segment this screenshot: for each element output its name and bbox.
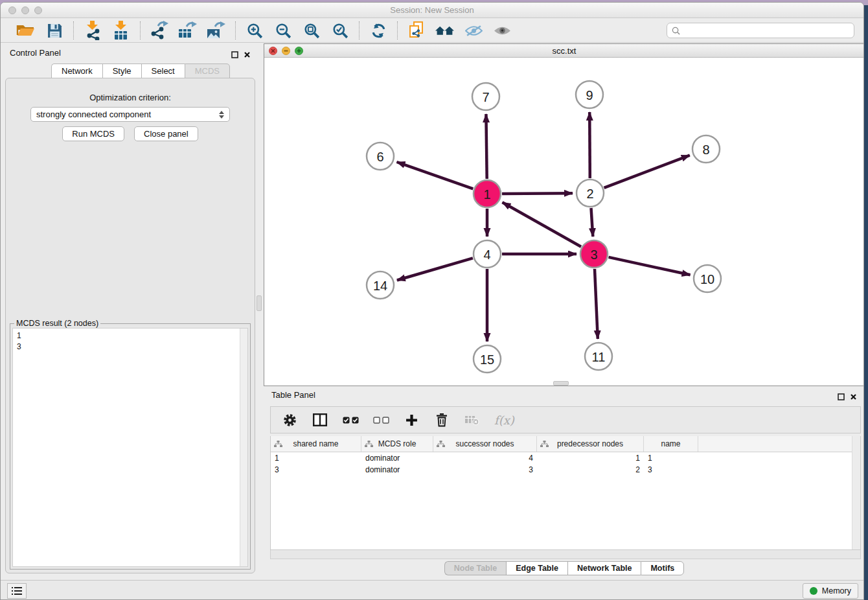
column-header-name[interactable]: name: [644, 436, 698, 452]
graph-edge-4-14[interactable]: [397, 258, 473, 280]
open-session-icon[interactable]: [15, 21, 37, 40]
graph-edge-1-7[interactable]: [486, 114, 486, 179]
zoom-selected-icon[interactable]: [329, 21, 351, 40]
table-row[interactable]: 1 dominator 4 1 1: [271, 454, 860, 464]
add-row-icon[interactable]: [403, 411, 420, 428]
tab-edge-table[interactable]: Edge Table: [506, 561, 567, 575]
column-header-successor-nodes[interactable]: successor nodes: [433, 436, 537, 452]
cell-predecessor-nodes[interactable]: 1: [537, 454, 644, 464]
task-history-button[interactable]: [7, 583, 27, 599]
horizontal-split-handle[interactable]: [553, 381, 569, 386]
tree-icon: [437, 441, 445, 450]
graph-edge-2-3[interactable]: [591, 208, 593, 237]
cell-name[interactable]: 3: [644, 465, 698, 476]
mcds-result-list[interactable]: 1 3: [12, 328, 248, 567]
dropdown-stepper-icon: [219, 111, 224, 119]
graph-canvas[interactable]: 1234678910111415: [264, 58, 864, 386]
window-zoom-button[interactable]: [34, 6, 42, 14]
mcds-result-box: MCDS result (2 nodes) 1 3: [10, 323, 251, 570]
table-row[interactable]: 3 dominator 3 2 3: [271, 465, 860, 476]
graph-edge-3-1[interactable]: [503, 202, 582, 246]
graph-edge-1-6[interactable]: [397, 162, 474, 189]
tab-style[interactable]: Style: [102, 63, 141, 78]
column-header-shared-name[interactable]: shared name: [271, 436, 361, 452]
search-field[interactable]: [667, 23, 854, 38]
show-columns-icon[interactable]: [312, 411, 328, 428]
optimization-criterion-dropdown[interactable]: strongly connected component: [30, 107, 230, 122]
column-header-mcds-role[interactable]: MCDS role: [361, 436, 433, 452]
graph-node-label: 2: [586, 187, 593, 201]
first-neighbors-icon[interactable]: [434, 21, 456, 40]
select-all-icon[interactable]: [342, 411, 359, 428]
graph-node-label: 4: [483, 248, 490, 262]
apply-function-icon[interactable]: f(x): [494, 413, 514, 427]
memory-label: Memory: [822, 586, 851, 595]
export-network-icon[interactable]: [148, 21, 170, 40]
show-all-icon[interactable]: [491, 21, 513, 40]
import-network-icon[interactable]: [82, 21, 104, 40]
column-header-predecessor-nodes[interactable]: predecessor nodes: [537, 436, 644, 452]
table-panel-close-button[interactable]: [850, 391, 857, 403]
result-scrollbar[interactable]: [240, 329, 247, 566]
main-toolbar: [1, 19, 863, 43]
column-label: shared name: [293, 439, 338, 448]
export-table-icon[interactable]: [177, 21, 199, 40]
tab-mcds[interactable]: MCDS: [185, 63, 230, 78]
zoom-out-icon[interactable]: [272, 21, 294, 40]
export-image-icon[interactable]: [205, 21, 227, 40]
control-panel-close-button[interactable]: [244, 49, 251, 61]
zoom-in-icon[interactable]: [244, 21, 266, 40]
tree-icon: [274, 441, 282, 450]
graph-node-label: 10: [700, 272, 714, 286]
table-scrollbar[interactable]: [852, 436, 860, 549]
delete-table-icon[interactable]: [464, 411, 481, 428]
cell-successor-nodes[interactable]: 3: [433, 465, 537, 476]
search-icon: [672, 27, 680, 35]
cell-mcds-role[interactable]: dominator: [361, 454, 433, 464]
graph-edge-3-11[interactable]: [595, 269, 598, 339]
graph-edge-3-10[interactable]: [609, 257, 691, 275]
close-panel-button[interactable]: Close panel: [134, 126, 198, 141]
tab-network[interactable]: Network: [51, 63, 102, 78]
clone-network-icon[interactable]: [405, 21, 428, 40]
network-minimize-button[interactable]: [282, 47, 290, 55]
cell-shared-name[interactable]: 1: [271, 454, 361, 464]
save-session-icon[interactable]: [43, 21, 65, 40]
cell-predecessor-nodes[interactable]: 2: [537, 465, 644, 476]
network-zoom-button[interactable]: [295, 47, 303, 55]
control-panel-float-button[interactable]: [231, 49, 238, 61]
zoom-fit-icon[interactable]: [301, 21, 323, 40]
cell-successor-nodes[interactable]: 4: [433, 454, 537, 464]
column-label: predecessor nodes: [557, 439, 623, 448]
tab-motifs[interactable]: Motifs: [641, 561, 684, 575]
vertical-split-handle[interactable]: [257, 295, 262, 311]
import-table-icon[interactable]: [110, 21, 132, 40]
graph-edge-1-2[interactable]: [502, 193, 573, 194]
tab-node-table[interactable]: Node Table: [444, 561, 506, 575]
window-minimize-button[interactable]: [21, 6, 29, 14]
table-settings-icon[interactable]: [281, 411, 298, 428]
deselect-all-icon[interactable]: [372, 411, 389, 428]
tree-icon: [365, 441, 373, 450]
cell-mcds-role[interactable]: dominator: [361, 465, 433, 476]
graph-edge-2-9[interactable]: [589, 112, 590, 178]
mcds-result-title: MCDS result (2 nodes): [14, 319, 100, 328]
table-horizontal-scrollbar[interactable]: [270, 550, 861, 559]
search-input[interactable]: [683, 26, 849, 35]
tab-network-table[interactable]: Network Table: [567, 561, 641, 575]
window-close-button[interactable]: [8, 6, 16, 14]
network-close-button[interactable]: [269, 47, 277, 55]
apply-layout-icon[interactable]: [367, 21, 389, 40]
hide-selected-icon[interactable]: [463, 21, 485, 40]
tab-select[interactable]: Select: [141, 63, 185, 78]
table-panel-float-button[interactable]: [838, 391, 845, 403]
cell-shared-name[interactable]: 3: [271, 465, 361, 476]
status-bar: Memory: [1, 580, 863, 600]
mcds-result-line: 3: [17, 341, 244, 352]
cell-name[interactable]: 1: [644, 454, 698, 464]
table-toolbar: f(x): [270, 406, 861, 433]
run-mcds-button[interactable]: Run MCDS: [62, 126, 124, 141]
delete-row-icon[interactable]: [433, 411, 450, 428]
memory-button[interactable]: Memory: [803, 583, 858, 599]
graph-edge-2-8[interactable]: [604, 156, 690, 188]
